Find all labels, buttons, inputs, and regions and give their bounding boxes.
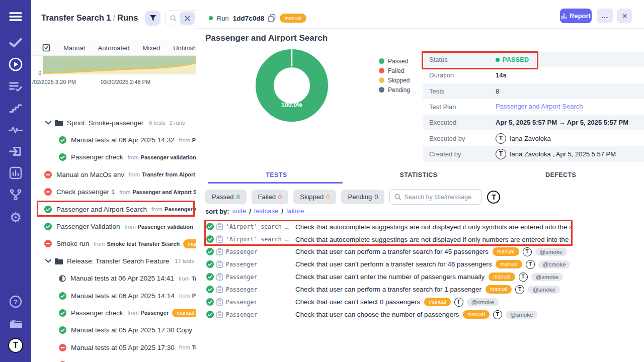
run-label: Passenger check — [71, 309, 123, 317]
donut-center-label: 100.0% — [281, 102, 302, 109]
sort-by-failure[interactable]: failure — [286, 207, 304, 215]
smoke-tag[interactable]: @smoke — [506, 311, 538, 319]
test-row[interactable]: 'Airport' search … Check that autocomple… — [205, 220, 638, 233]
filter-button[interactable] — [145, 11, 160, 26]
list-check-icon[interactable] — [9, 81, 23, 92]
tab-statistics[interactable]: STATISTICS — [348, 171, 490, 178]
chart-legend: Passed Failed Skipped Pending — [379, 56, 410, 95]
chevron-down-icon[interactable] — [45, 121, 51, 125]
passed-count: 8 — [236, 193, 239, 201]
test-row[interactable]: Passenger Check that user can't select 0… — [205, 296, 638, 308]
manual-badge: manual — [489, 273, 515, 282]
user-avatar: T — [496, 133, 506, 144]
import-icon[interactable] — [9, 145, 23, 157]
summary-value: TIana Zavoloka , Apr 5, 2025 5:57 PM — [496, 149, 616, 159]
test-row[interactable]: Passenger Check that user can perform a … — [205, 283, 638, 296]
passed-icon — [59, 136, 66, 144]
run-source: Passenger and Airport Search — [132, 189, 196, 195]
sort-by-suite[interactable]: suite — [232, 207, 246, 215]
folders-icon[interactable] — [9, 318, 23, 329]
tab-unfinished[interactable]: Unfinished — [173, 44, 196, 52]
smoke-tag[interactable]: @smoke — [531, 273, 564, 281]
clear-search-button[interactable] — [180, 12, 195, 25]
filter-pending-button[interactable]: Pending0 — [341, 190, 384, 204]
tree-run[interactable]: Manual tests at 06 Apr 2025 14:32 from P… — [31, 131, 196, 148]
tab-tests[interactable]: TESTS — [205, 171, 348, 178]
tree-run[interactable]: Manual tests at 30 Mar 2025 14:43 — [31, 356, 196, 362]
test-row[interactable]: 'Airport' search … Check that autocomple… — [205, 233, 638, 245]
tests-search-box[interactable] — [389, 189, 482, 205]
tests-search-input[interactable] — [404, 194, 474, 201]
breadcrumb-project[interactable]: Transfer Search 1 — [41, 13, 111, 22]
folder-tests-count: 17 tests — [175, 258, 194, 264]
tree-folder[interactable]: Release: Transfer Search Feature 17 test… — [31, 252, 196, 269]
summary-row-testplan: Test Plan Passenger and Airport Search — [423, 99, 644, 115]
select-all-icon[interactable] — [42, 44, 50, 52]
test-plan-link[interactable]: Passenger and Airport Search — [496, 103, 583, 111]
tree-run[interactable]: Smoke run from Smoke test Transfer Searc… — [31, 235, 196, 252]
tree-run[interactable]: Passenger check from Passenger validatio… — [31, 149, 196, 166]
tree-run[interactable]: Check passenger 1 from Passenger and Air… — [31, 184, 196, 201]
smoke-tag[interactable]: @smoke — [467, 298, 499, 306]
filter-failed-button[interactable]: Failed0 — [252, 190, 289, 204]
clipboard-icon — [216, 273, 223, 281]
runs-history-chart[interactable] — [43, 56, 196, 76]
sort-controls: sort by: suite / testcase / failure — [205, 207, 304, 215]
pending-count: 0 — [374, 193, 378, 201]
tree-run-selected[interactable]: Passenger and Airport Search from Passen… — [31, 201, 196, 218]
test-row[interactable]: Passenger Check that user can perform a … — [205, 245, 638, 258]
smoke-tag[interactable]: @smoke — [528, 286, 560, 294]
tree-run[interactable]: Passenger Validation from Passenger vali… — [31, 218, 196, 235]
sort-by-testcase[interactable]: testcase — [254, 207, 278, 215]
check-icon[interactable] — [9, 38, 23, 48]
tree-run[interactable]: Manual tests at 06 Apr 2025 14:14 from P… — [31, 287, 196, 304]
tab-manual[interactable]: Manual — [63, 44, 85, 52]
copy-icon[interactable] — [268, 14, 276, 22]
failed-icon — [44, 240, 52, 247]
pulse-icon[interactable] — [9, 125, 23, 134]
test-row[interactable]: Passenger Check that user can choose the… — [205, 308, 638, 321]
filter-passed-button[interactable]: Passed8 — [205, 190, 247, 204]
steps-icon[interactable] — [9, 103, 22, 113]
user-avatar: T — [523, 247, 532, 256]
tree-run[interactable]: Passenger check from Passenger manual 6 — [31, 304, 196, 321]
report-button[interactable]: Report — [560, 9, 592, 23]
run-label: Manual tests at 06 Apr 2025 14:32 — [71, 136, 175, 144]
play-circle-icon[interactable] — [9, 57, 23, 72]
tree-run[interactable]: Manual on MacOs env from Transfer from A… — [31, 166, 196, 183]
tab-defects[interactable]: DEFECTS — [490, 171, 632, 178]
gear-icon[interactable]: ⚙ — [10, 210, 22, 226]
tab-automated[interactable]: Automated — [98, 44, 130, 52]
test-row[interactable]: Passenger Check that user can't enter th… — [205, 270, 638, 283]
passed-icon — [59, 153, 66, 161]
tab-mixed[interactable]: Mixed — [143, 44, 160, 52]
tree-run[interactable]: Manual tests at 06 Apr 2025 14:41 from T… — [31, 270, 196, 287]
user-avatar: T — [493, 310, 502, 319]
smoke-tag[interactable]: @smoke — [538, 260, 571, 268]
more-actions-button[interactable]: ... — [597, 9, 613, 23]
help-icon[interactable]: ? — [9, 295, 22, 308]
chevron-down-icon[interactable] — [45, 259, 51, 263]
tests-list: 'Airport' search … Check that autocomple… — [205, 220, 638, 321]
from-label: from — [128, 154, 139, 160]
results-donut-chart[interactable]: 100.0% — [255, 48, 329, 125]
branch-icon[interactable] — [9, 188, 22, 201]
passed-icon — [206, 248, 214, 255]
filter-skipped-button[interactable]: Skipped0 — [293, 190, 336, 204]
tree-run[interactable]: Manual tests at 05 Apr 2025 17:30 from T… — [31, 339, 196, 356]
folder-runs-count: 2 runs — [170, 120, 185, 126]
run-status-dot — [209, 16, 213, 20]
close-button[interactable]: ✕ — [617, 9, 632, 23]
smoke-tag[interactable]: @smoke — [535, 248, 568, 256]
folder-label: Sprint: Smoke-passenger — [67, 119, 143, 127]
logo-icon[interactable]: T — [8, 338, 23, 353]
bar-chart-icon[interactable] — [9, 166, 22, 179]
tree-folder[interactable]: Sprint: Smoke-passenger 6 tests 2 runs — [31, 114, 196, 131]
test-row[interactable]: Passenger Check that user can't perform … — [205, 258, 638, 270]
menu-icon[interactable] — [9, 12, 22, 22]
manual-badge: manual — [183, 239, 196, 248]
tree-run[interactable]: Manual tests at 05 Apr 2025 17:30 Copy f… — [31, 322, 196, 339]
run-label: Run — [217, 15, 229, 22]
assignee-avatar[interactable]: T — [487, 191, 500, 204]
legend-item: Skipped — [379, 75, 410, 85]
